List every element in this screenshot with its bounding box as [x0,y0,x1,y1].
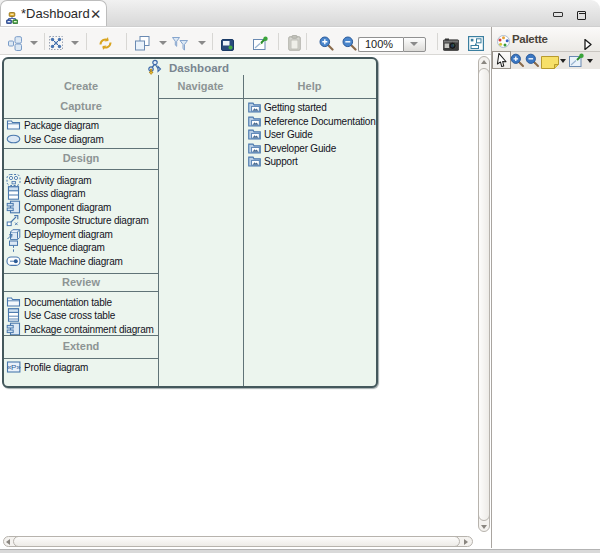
svg-text:«P»: «P» [7,363,21,372]
